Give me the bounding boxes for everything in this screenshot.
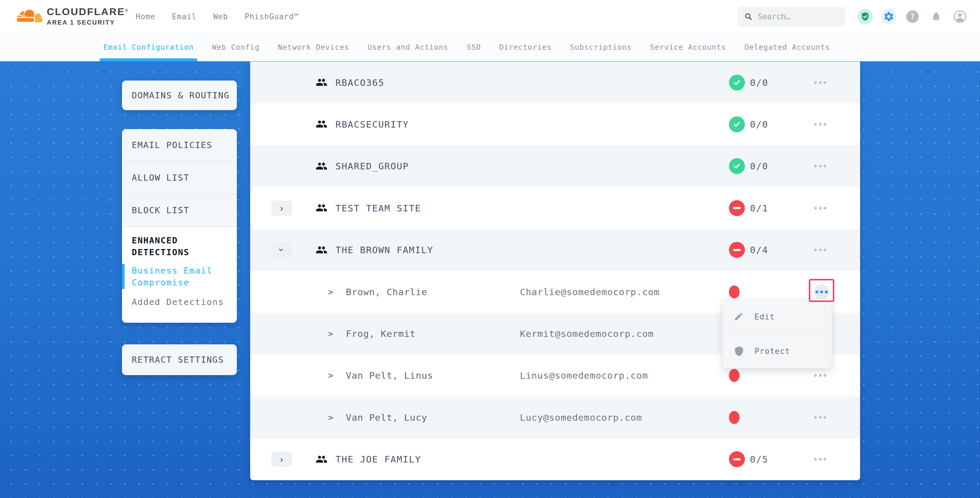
tab-users-and-actions[interactable]: Users and Actions bbox=[368, 33, 448, 61]
enhanced-detections-heading: ENHANCED DETECTIONS bbox=[132, 234, 228, 258]
app-header: CLOUDFLARE® AREA 1 SECURITY Home Email W… bbox=[0, 0, 980, 33]
protected-count: 0/0 bbox=[750, 161, 768, 172]
group-people-icon bbox=[315, 118, 328, 131]
enhanced-detections-section: ENHANCED DETECTIONS Business Email Compr… bbox=[122, 227, 237, 323]
member-email: Linus@somedemocorp.com bbox=[520, 370, 648, 381]
table-row: > Van Pelt, Lucy Lucy@somedemocorp.com bbox=[250, 396, 860, 438]
chevron-right-icon: › bbox=[280, 455, 283, 464]
status-alert-badge bbox=[729, 451, 745, 467]
group-name[interactable]: SHARED_GROUP bbox=[336, 161, 409, 172]
more-options-button[interactable] bbox=[811, 78, 829, 87]
more-options-button[interactable] bbox=[811, 204, 829, 212]
protected-count: 0/4 bbox=[750, 245, 768, 255]
sidebar-item-label: RETRACT SETTINGS bbox=[132, 355, 224, 365]
menu-item-edit[interactable]: Edit bbox=[723, 299, 832, 334]
more-options-button[interactable] bbox=[811, 371, 829, 380]
group-name[interactable]: THE JOE FAMILY bbox=[336, 454, 421, 465]
header-icon-cluster: ? bbox=[858, 0, 967, 33]
table-row: › THE JOE FAMILY 0/5 bbox=[250, 439, 860, 480]
tab-service-accounts[interactable]: Service Accounts bbox=[650, 33, 726, 61]
tab-subscriptions[interactable]: Subscriptions bbox=[570, 33, 632, 61]
group-people-icon bbox=[315, 76, 328, 89]
shield-icon bbox=[733, 346, 745, 356]
settings-button[interactable] bbox=[881, 9, 897, 24]
status-alert-dot bbox=[729, 285, 740, 298]
expand-button[interactable]: › bbox=[271, 452, 292, 467]
annotation-highlight-box bbox=[809, 279, 834, 302]
more-options-button[interactable] bbox=[811, 162, 829, 170]
protected-count: 0/1 bbox=[750, 203, 768, 213]
tab-web-config[interactable]: Web Config bbox=[212, 33, 260, 61]
more-options-button[interactable] bbox=[811, 120, 829, 129]
nav-web[interactable]: Web bbox=[213, 12, 228, 21]
table-row: RBACSECURITY 0/0 bbox=[250, 103, 860, 145]
protected-count: 0/0 bbox=[750, 119, 768, 130]
group-people-icon bbox=[315, 453, 328, 466]
member-name[interactable]: Frog, Kermit bbox=[346, 328, 416, 339]
sidebar-item-domains-routing[interactable]: DOMAINS & ROUTING bbox=[122, 81, 237, 110]
group-name[interactable]: RBACO365 bbox=[336, 77, 384, 88]
nav-phishguard[interactable]: PhishGuard™ bbox=[245, 12, 299, 21]
member-caret-icon: > bbox=[328, 371, 333, 380]
sidebar-item-block-list[interactable]: BLOCK LIST bbox=[122, 194, 237, 227]
expand-button[interactable]: › bbox=[271, 200, 292, 216]
tab-sso[interactable]: SSO bbox=[467, 33, 481, 61]
status-alert-dot bbox=[729, 369, 740, 382]
search-input[interactable] bbox=[758, 12, 839, 21]
protection-status-button[interactable] bbox=[858, 9, 873, 24]
notifications-button[interactable] bbox=[929, 9, 944, 24]
member-name[interactable]: Van Pelt, Linus bbox=[346, 370, 433, 381]
sidebar-item-retract-settings[interactable]: RETRACT SETTINGS bbox=[122, 344, 237, 375]
user-avatar-icon bbox=[953, 10, 967, 23]
status-alert-dot bbox=[729, 411, 740, 424]
minus-icon bbox=[733, 458, 741, 460]
sidebar-item-business-email-compromise[interactable]: Business Email Compromise bbox=[132, 265, 228, 288]
sidebar-item-added-detections[interactable]: Added Detections bbox=[132, 296, 228, 308]
menu-item-label: Protect bbox=[754, 347, 790, 356]
brand-subtitle: AREA 1 SECURITY bbox=[47, 19, 129, 26]
table-row: › THE BROWN FAMILY 0/4 bbox=[250, 229, 860, 271]
table-row: SHARED_GROUP 0/0 bbox=[250, 145, 860, 187]
member-name[interactable]: Van Pelt, Lucy bbox=[346, 412, 427, 423]
more-options-button[interactable] bbox=[811, 455, 829, 464]
collapse-button[interactable]: › bbox=[271, 242, 292, 258]
member-caret-icon: > bbox=[328, 329, 333, 339]
member-name[interactable]: Brown, Charlie bbox=[346, 286, 427, 297]
nav-home[interactable]: Home bbox=[135, 12, 156, 21]
protected-count: 0/0 bbox=[750, 77, 768, 88]
group-name[interactable]: TEST TEAM SITE bbox=[336, 203, 421, 213]
shield-check-icon bbox=[860, 11, 870, 22]
groups-table: RBACO365 0/0 RBACSECURITY 0/0 SHARED_GRO… bbox=[250, 62, 860, 480]
menu-item-protect[interactable]: Protect bbox=[723, 334, 832, 368]
registered-mark: ® bbox=[125, 8, 129, 13]
row-context-menu: Edit Protect bbox=[722, 299, 832, 368]
search-bar[interactable] bbox=[738, 7, 845, 26]
sidebar-item-allow-list[interactable]: ALLOW LIST bbox=[122, 162, 237, 194]
sidebar-policies-card: EMAIL POLICIES ALLOW LIST BLOCK LIST ENH… bbox=[122, 129, 237, 323]
chevron-down-icon: › bbox=[277, 248, 286, 251]
more-options-button[interactable] bbox=[811, 246, 829, 255]
status-ok-badge bbox=[729, 158, 745, 174]
group-people-icon bbox=[315, 160, 328, 173]
sidebar-item-email-policies[interactable]: EMAIL POLICIES bbox=[122, 129, 237, 162]
minus-icon bbox=[733, 249, 741, 251]
group-name[interactable]: RBACSECURITY bbox=[336, 119, 409, 130]
nav-email[interactable]: Email bbox=[172, 12, 197, 21]
help-button[interactable]: ? bbox=[905, 9, 920, 24]
member-caret-icon: > bbox=[328, 412, 333, 423]
more-options-button[interactable] bbox=[811, 413, 829, 422]
status-alert-badge bbox=[729, 200, 745, 216]
tab-email-configuration[interactable]: Email Configuration bbox=[103, 33, 194, 61]
search-icon bbox=[745, 12, 752, 21]
tab-network-devices[interactable]: Network Devices bbox=[278, 33, 349, 61]
group-people-icon bbox=[315, 202, 328, 215]
tab-directories[interactable]: Directories bbox=[499, 33, 552, 61]
menu-item-label: Edit bbox=[754, 312, 775, 321]
group-name[interactable]: THE BROWN FAMILY bbox=[336, 245, 433, 255]
account-button[interactable] bbox=[952, 9, 967, 24]
member-caret-icon: > bbox=[328, 287, 333, 297]
pencil-icon bbox=[733, 312, 745, 321]
question-mark-icon: ? bbox=[906, 10, 919, 23]
tab-delegated-accounts[interactable]: Delegated Accounts bbox=[745, 33, 830, 61]
bell-icon bbox=[931, 11, 942, 22]
